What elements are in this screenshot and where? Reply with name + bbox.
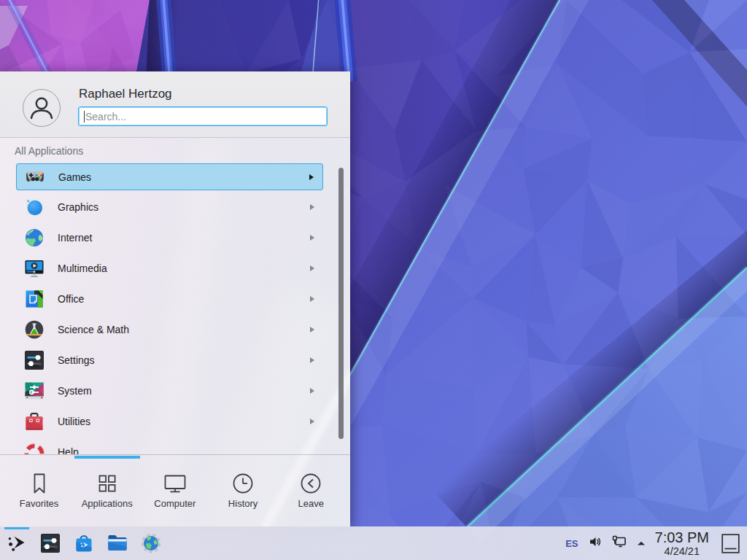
internet-icon xyxy=(24,228,44,248)
category-label: Multimedia xyxy=(58,262,107,274)
category-label: System xyxy=(58,385,92,397)
show-desktop-icon xyxy=(721,534,740,553)
settings-icon xyxy=(24,350,44,370)
digital-clock[interactable]: 7:03 PM 4/24/21 xyxy=(655,530,709,557)
category-row-graphics[interactable]: Graphics xyxy=(16,194,323,221)
tab-history[interactable]: History xyxy=(209,455,277,526)
submenu-arrow-icon xyxy=(310,235,314,241)
taskbar-left xyxy=(0,526,168,560)
system-settings-task[interactable] xyxy=(34,526,67,560)
submenu-arrow-icon xyxy=(310,327,314,332)
submenu-arrow-icon xyxy=(310,357,314,363)
taskbar: ES 7:03 PM 4/24/21 xyxy=(0,526,747,560)
category-row-settings[interactable]: Settings xyxy=(16,347,323,374)
category-label: Graphics xyxy=(58,201,98,213)
tab-applications[interactable]: Applications xyxy=(73,455,141,526)
category-label: Games xyxy=(58,171,91,183)
submenu-arrow-icon xyxy=(310,296,314,302)
desktop: { "launcher": { "user_name": "Raphael He… xyxy=(0,0,747,560)
app-category-list: Games Graphics Internet Multimedia Offic… xyxy=(0,71,350,454)
scrollbar-handle[interactable] xyxy=(338,168,344,439)
caret-up-icon[interactable] xyxy=(636,537,646,550)
category-label: Utilities xyxy=(58,416,90,427)
system-icon xyxy=(24,381,44,401)
science-math-icon xyxy=(24,319,44,340)
tab-label: History xyxy=(209,498,277,509)
office-icon xyxy=(24,289,44,309)
kali-menu-icon xyxy=(6,532,28,554)
system-settings-icon xyxy=(40,533,61,553)
network-icon[interactable] xyxy=(611,534,627,552)
application-launcher: Raphael Hertzog Search... All Applicatio… xyxy=(0,71,350,526)
category-row-games[interactable]: Games xyxy=(16,163,323,190)
file-manager-task[interactable] xyxy=(101,526,134,560)
tab-label: Leave xyxy=(277,498,345,509)
category-label: Science & Math xyxy=(58,324,129,335)
web-browser-task[interactable] xyxy=(134,526,168,560)
help-icon xyxy=(24,442,44,454)
category-row-office[interactable]: Office xyxy=(16,286,323,313)
kali-menu-button[interactable] xyxy=(0,526,34,560)
discover-task[interactable] xyxy=(67,526,101,560)
submenu-arrow-icon xyxy=(310,204,314,210)
file-manager-icon xyxy=(107,532,128,554)
computer-icon xyxy=(163,471,187,496)
category-row-internet[interactable]: Internet xyxy=(16,225,323,252)
tab-favorites[interactable]: Favorites xyxy=(5,455,73,526)
submenu-arrow-icon xyxy=(310,388,314,394)
clock-date: 4/24/21 xyxy=(655,546,709,557)
submenu-arrow-icon xyxy=(310,265,314,271)
category-row-science-math[interactable]: Science & Math xyxy=(16,316,323,343)
volume-icon[interactable] xyxy=(588,534,603,552)
tab-label: Computer xyxy=(141,498,209,509)
games-icon xyxy=(25,166,45,187)
category-row-system[interactable]: System xyxy=(16,378,323,405)
submenu-arrow-icon xyxy=(309,174,314,180)
favorites-icon xyxy=(27,471,52,496)
tab-computer[interactable]: Computer xyxy=(141,455,209,526)
category-label: Settings xyxy=(58,354,95,366)
web-browser-icon xyxy=(141,533,161,553)
multimedia-icon xyxy=(24,258,44,279)
history-icon xyxy=(231,471,255,496)
category-row-multimedia[interactable]: Multimedia xyxy=(16,255,323,282)
active-task-indicator xyxy=(4,527,29,529)
tab-label: Applications xyxy=(73,498,141,509)
applications-icon xyxy=(95,471,120,496)
category-label: Help xyxy=(58,446,79,454)
category-row-help[interactable]: Help xyxy=(16,439,323,454)
graphics-icon xyxy=(24,197,44,217)
tab-label: Favorites xyxy=(5,498,73,509)
launcher-tabbar: Favorites Applications Computer History … xyxy=(0,454,350,526)
system-tray: ES 7:03 PM 4/24/21 xyxy=(565,526,747,560)
category-row-utilities[interactable]: Utilities xyxy=(16,408,323,435)
clock-time: 7:03 PM xyxy=(655,530,709,545)
category-label: Office xyxy=(58,293,84,305)
submenu-arrow-icon xyxy=(310,419,314,424)
category-label: Internet xyxy=(58,232,92,244)
leave-icon xyxy=(298,471,323,496)
keyboard-layout-indicator[interactable]: ES xyxy=(565,538,578,549)
tab-leave[interactable]: Leave xyxy=(277,455,345,526)
show-desktop-button[interactable] xyxy=(721,534,740,553)
utilities-icon xyxy=(24,411,44,432)
discover-icon xyxy=(74,533,94,553)
